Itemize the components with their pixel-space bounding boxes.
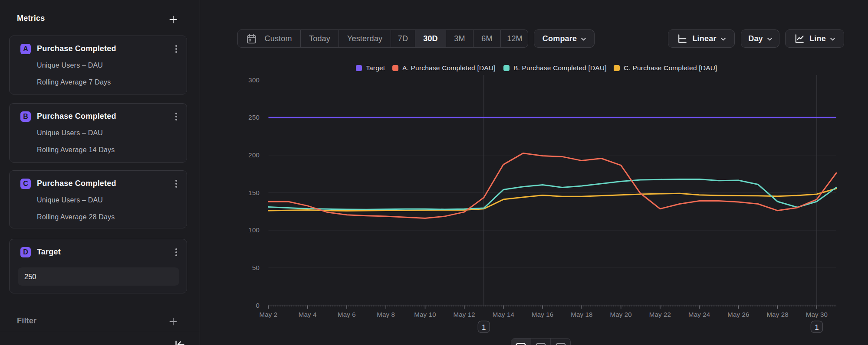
svg-text:May 26: May 26 (727, 311, 749, 318)
svg-text:May 24: May 24 (688, 311, 710, 318)
svg-text:1: 1 (815, 323, 819, 332)
svg-text:May 20: May 20 (610, 311, 632, 318)
svg-text:50: 50 (252, 264, 260, 271)
svg-text:250: 250 (248, 114, 260, 121)
svg-text:May 4: May 4 (299, 311, 317, 318)
svg-text:May 6: May 6 (338, 311, 356, 318)
svg-text:May 8: May 8 (377, 311, 395, 318)
svg-text:May 18: May 18 (571, 311, 592, 318)
svg-text:May 30: May 30 (806, 311, 828, 318)
svg-text:300: 300 (248, 76, 260, 84)
svg-text:May 12: May 12 (454, 311, 475, 318)
svg-text:200: 200 (248, 151, 260, 159)
svg-text:0: 0 (256, 302, 260, 309)
svg-text:May 22: May 22 (649, 311, 671, 318)
svg-text:1: 1 (482, 323, 486, 332)
svg-text:May 14: May 14 (493, 311, 514, 318)
svg-text:May 16: May 16 (532, 311, 553, 318)
svg-text:150: 150 (248, 189, 260, 196)
svg-text:May 10: May 10 (414, 311, 436, 318)
svg-text:May 2: May 2 (260, 311, 278, 318)
svg-text:100: 100 (248, 226, 260, 234)
svg-text:May 28: May 28 (766, 311, 788, 318)
